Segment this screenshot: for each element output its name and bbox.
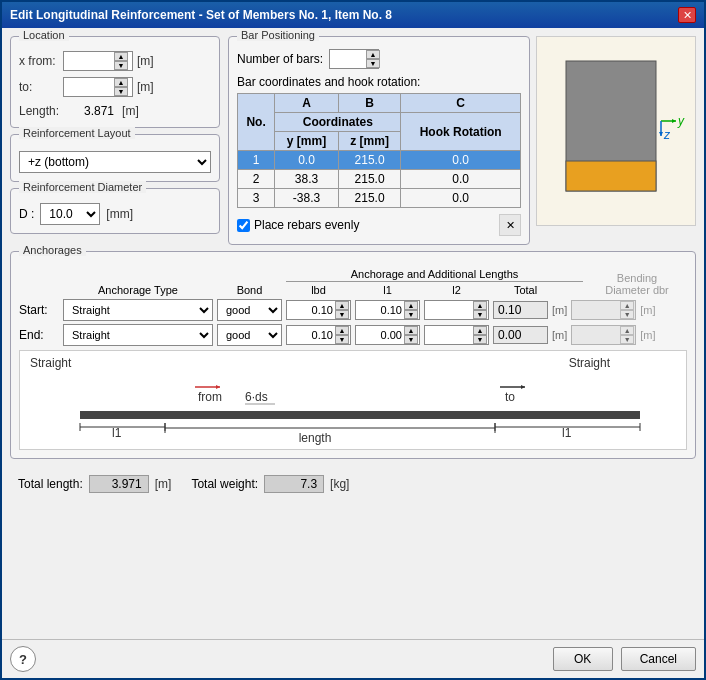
l1-start-label: l1 [112,426,122,440]
diameter-select[interactable]: 6.0 8.0 10.0 12.0 14.0 16.0 20.0 [40,203,100,225]
row1-beta[interactable]: 0.0 [401,151,521,170]
x-from-up[interactable]: ▲ [114,52,128,61]
end-lbd-input[interactable]: ▲ ▼ [286,325,351,345]
anchorages-title: Anchorages [19,244,86,256]
row1-y[interactable]: 0.0 [275,151,339,170]
svg-rect-2 [566,161,656,191]
x-from-spinner[interactable]: ▲ ▼ [114,52,128,70]
end-bending-value [572,328,620,342]
x-to-row: to: 19.90 ▲ ▼ [m] [19,77,211,97]
end-bond-select[interactable]: good poor [217,324,282,346]
row3-beta[interactable]: 0.0 [401,189,521,208]
length-unit: [m] [122,104,139,118]
end-lbd-spinner[interactable]: ▲ ▼ [335,326,349,344]
x-to-spinner[interactable]: ▲ ▼ [114,78,128,96]
total-length-item: Total length: 3.971 [m] [18,475,171,493]
col-lbd-header: lbd [286,284,351,296]
x-to-unit: [m] [137,80,154,94]
end-l1-value[interactable] [356,328,404,342]
x-to-down[interactable]: ▼ [114,87,128,96]
anch-type-col-header: Anchorage Type [63,284,213,296]
row3-z[interactable]: 215.0 [338,189,401,208]
ds-label: 6·ds [245,390,268,404]
start-bond-select[interactable]: good poor [217,299,282,321]
x-to-input[interactable]: 19.90 ▲ ▼ [63,77,133,97]
row2-z[interactable]: 215.0 [338,170,401,189]
left-section: Location x from: 16.03 ▲ ▼ [m] [10,36,220,245]
titlebar: Edit Longitudinal Reinforcement - Set of… [2,2,704,28]
num-bars-up[interactable]: ▲ [366,50,380,59]
help-button[interactable]: ? [10,646,36,672]
x-from-input[interactable]: 16.03 ▲ ▼ [63,51,133,71]
ok-button[interactable]: OK [553,647,613,671]
end-l2-spinner[interactable]: ▲ ▼ [473,326,487,344]
x-to-up[interactable]: ▲ [114,78,128,87]
table-row[interactable]: 2 38.3 215.0 0.0 [238,170,521,189]
start-type-select[interactable]: Straight Hook Loop Bend [63,299,213,321]
layout-select[interactable]: +z (bottom) +y (right) -z (top) -y (left… [19,151,211,173]
anch-bond-col-header: Bond [217,284,282,296]
col-bending-header: Bending Diameter dbr [587,272,687,296]
col-y-header: y [mm] [275,132,339,151]
num-bars-label: Number of bars: [237,52,323,66]
row2-y[interactable]: 38.3 [275,170,339,189]
num-bars-input[interactable]: 3 ▲ ▼ [329,49,379,69]
num-bars-down[interactable]: ▼ [366,59,380,68]
anch-lengths-group: Anchorage and Additional Lengths lbd l1 … [286,268,583,296]
start-lbd-value[interactable] [287,303,335,317]
x-icon[interactable]: ✕ [499,214,521,236]
start-l2-input[interactable]: ▲ ▼ [424,300,489,320]
section-preview: y z [536,36,696,226]
start-lbd-input[interactable]: ▲ ▼ [286,300,351,320]
start-anchorage-row: Start: Straight Hook Loop Bend good poor… [19,299,687,321]
start-l2-spinner[interactable]: ▲ ▼ [473,301,487,319]
start-l1-input[interactable]: ▲ ▼ [355,300,420,320]
start-bending-unit: [m] [640,304,655,316]
start-total-unit: [m] [552,304,567,316]
anch-lengths-header: Anchorage and Additional Lengths [286,268,583,282]
right-section: Bar Positioning Number of bars: 3 ▲ ▼ Ba… [228,36,696,245]
cancel-button[interactable]: Cancel [621,647,696,671]
end-lbd-value[interactable] [287,328,335,342]
start-l1-value[interactable] [356,303,404,317]
end-l2-input[interactable]: ▲ ▼ [424,325,489,345]
start-lbd-spinner[interactable]: ▲ ▼ [335,301,349,319]
table-row[interactable]: 1 0.0 215.0 0.0 [238,151,521,170]
row3-no: 3 [238,189,275,208]
num-bars-value[interactable]: 3 [330,51,366,67]
col-total-header: Total [493,284,558,296]
reinf-layout-title: Reinforcement Layout [19,127,135,139]
to-label: to [505,390,515,404]
end-type-select[interactable]: Straight Hook Loop Bend [63,324,213,346]
total-weight-item: Total weight: 7.3 [kg] [191,475,349,493]
diagram-start-label: Straight [30,356,72,370]
num-bars-spinner[interactable]: ▲ ▼ [366,50,380,68]
start-total-field: 0.10 [493,301,548,319]
end-l1-input[interactable]: ▲ ▼ [355,325,420,345]
main-content: Location x from: 16.03 ▲ ▼ [m] [2,28,704,639]
col-no-header: No. [238,94,275,151]
end-bending-spinner: ▲ ▼ [620,326,634,344]
table-row[interactable]: 3 -38.3 215.0 0.0 [238,189,521,208]
reinf-layout-content: +z (bottom) +y (right) -z (top) -y (left… [19,151,211,173]
x-to-value[interactable]: 19.90 [64,79,114,95]
start-l1-spinner[interactable]: ▲ ▼ [404,301,418,319]
row1-no: 1 [238,151,275,170]
close-button[interactable]: ✕ [678,7,696,23]
row2-beta[interactable]: 0.0 [401,170,521,189]
start-l2-value[interactable] [425,303,473,317]
reinf-diameter-title: Reinforcement Diameter [19,181,146,193]
x-from-down[interactable]: ▼ [114,61,128,70]
x-from-value[interactable]: 16.03 [64,53,114,69]
length-label: length [299,431,332,445]
d-label: D : [19,207,34,221]
end-bending-input: ▲ ▼ [571,325,636,345]
clear-button[interactable]: ✕ [499,214,521,236]
row1-z[interactable]: 215.0 [338,151,401,170]
place-evenly-checkbox[interactable] [237,219,250,232]
end-l1-spinner[interactable]: ▲ ▼ [404,326,418,344]
x-from-label: x from: [19,54,59,68]
svg-marker-13 [521,385,525,389]
end-l2-value[interactable] [425,328,473,342]
row3-y[interactable]: -38.3 [275,189,339,208]
